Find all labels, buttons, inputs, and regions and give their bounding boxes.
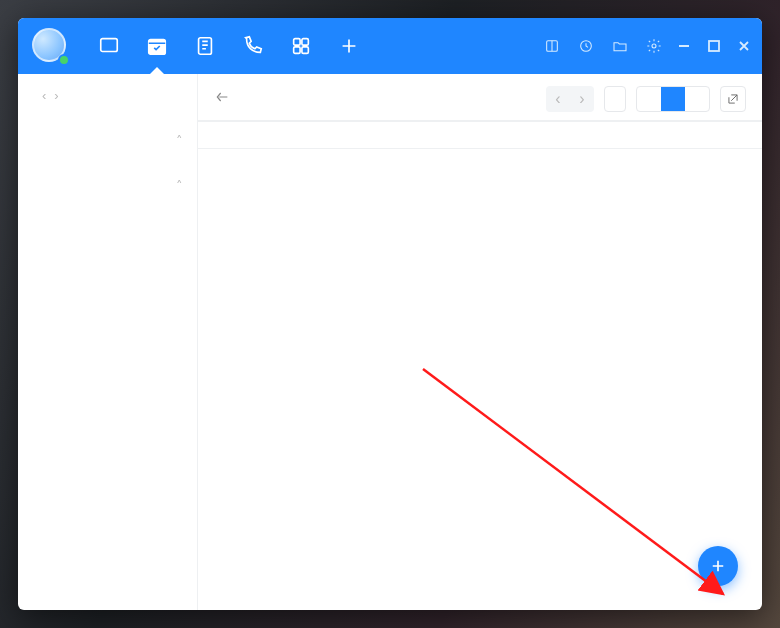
prev-week-button[interactable]: ‹ xyxy=(546,86,570,112)
chevron-up-icon: ˄ xyxy=(176,178,183,193)
week-nav: ‹ › xyxy=(546,86,594,112)
svg-rect-1 xyxy=(149,40,166,55)
notes-icon[interactable] xyxy=(194,35,216,57)
close-button[interactable] xyxy=(736,38,752,54)
view-segment xyxy=(636,86,710,112)
chat-icon[interactable] xyxy=(98,35,120,57)
folder-icon[interactable] xyxy=(612,38,628,54)
section-my-schedule[interactable]: ˄ xyxy=(32,133,193,148)
view-day[interactable] xyxy=(637,87,661,111)
body: ‹ › ˄ ˄ xyxy=(18,74,762,610)
today-button[interactable] xyxy=(604,86,626,112)
section-cal-display[interactable]: ˄ xyxy=(32,178,193,193)
app-window: ‹ › ˄ ˄ xyxy=(18,18,762,610)
svg-rect-4 xyxy=(302,39,308,45)
time-grid[interactable] xyxy=(198,149,762,610)
svg-rect-3 xyxy=(294,39,300,45)
calendar-toolbar: ‹ › xyxy=(198,74,762,120)
svg-rect-5 xyxy=(294,47,300,53)
maximize-button[interactable] xyxy=(706,38,722,54)
history-icon[interactable] xyxy=(578,38,594,54)
svg-rect-0 xyxy=(101,39,118,52)
presence-indicator xyxy=(58,54,70,66)
mini-calendar-header: ‹ › xyxy=(32,88,193,103)
view-week[interactable] xyxy=(661,87,685,111)
avatar[interactable] xyxy=(32,28,68,64)
next-week-button[interactable]: › xyxy=(570,86,594,112)
minimize-button[interactable] xyxy=(676,38,692,54)
add-event-fab[interactable] xyxy=(698,546,738,586)
screenshot-icon[interactable] xyxy=(544,38,560,54)
add-icon[interactable] xyxy=(338,35,360,57)
nav-icons xyxy=(98,35,360,57)
utility-icons xyxy=(544,38,662,54)
svg-rect-10 xyxy=(709,41,719,51)
chevron-up-icon: ˄ xyxy=(176,133,183,148)
calendar-main: ‹ › xyxy=(198,74,762,610)
calendar-icon[interactable] xyxy=(146,35,168,57)
svg-point-9 xyxy=(652,44,656,48)
mini-next-month[interactable]: › xyxy=(54,88,58,103)
mini-prev-month[interactable]: ‹ xyxy=(42,88,46,103)
window-controls xyxy=(676,38,752,54)
popout-icon[interactable] xyxy=(720,86,746,112)
phone-icon[interactable] xyxy=(242,35,264,57)
view-month[interactable] xyxy=(685,87,709,111)
collapse-sidebar-icon[interactable] xyxy=(214,89,230,109)
apps-icon[interactable] xyxy=(290,35,312,57)
top-nav xyxy=(18,18,762,74)
svg-rect-2 xyxy=(199,38,212,55)
sidebar: ‹ › ˄ ˄ xyxy=(18,74,198,610)
allday-row xyxy=(198,122,762,149)
settings-icon[interactable] xyxy=(646,38,662,54)
allday-label xyxy=(198,122,242,148)
svg-rect-6 xyxy=(302,47,308,53)
